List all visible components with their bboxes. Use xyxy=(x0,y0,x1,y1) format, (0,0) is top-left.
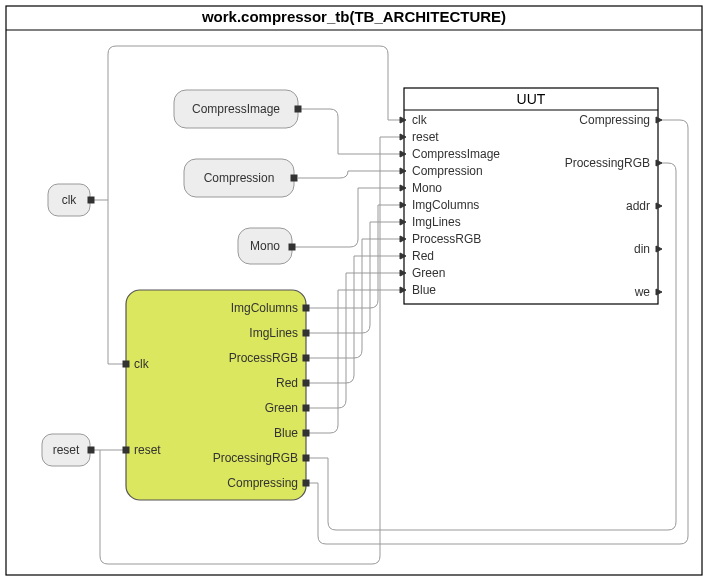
svg-text:Green: Green xyxy=(265,401,298,415)
svg-text:ProcessingRGB: ProcessingRGB xyxy=(213,451,298,465)
diagram-title: work.compressor_tb(TB_ARCHITECTURE) xyxy=(201,8,506,25)
svg-text:addr: addr xyxy=(626,199,650,213)
svg-text:Compressing: Compressing xyxy=(579,113,650,127)
svg-text:ImgColumns: ImgColumns xyxy=(412,198,479,212)
svg-rect-11 xyxy=(291,175,297,181)
svg-text:Blue: Blue xyxy=(274,426,298,440)
diagram-canvas: work.compressor_tb(TB_ARCHITECTURE) xyxy=(0,0,708,581)
svg-text:reset: reset xyxy=(412,130,439,144)
svg-text:Blue: Blue xyxy=(412,283,436,297)
svg-rect-27 xyxy=(303,380,309,386)
svg-text:clk: clk xyxy=(134,357,150,371)
svg-text:Mono: Mono xyxy=(412,181,442,195)
svg-text:CompressImage: CompressImage xyxy=(412,147,500,161)
reset-source-block: reset xyxy=(42,434,94,466)
svg-rect-5 xyxy=(88,447,94,453)
svg-rect-31 xyxy=(303,430,309,436)
svg-text:ProcessRGB: ProcessRGB xyxy=(229,351,298,365)
svg-text:Red: Red xyxy=(412,249,434,263)
svg-rect-29 xyxy=(303,405,309,411)
svg-rect-21 xyxy=(303,305,309,311)
svg-rect-25 xyxy=(303,355,309,361)
svg-rect-18 xyxy=(123,447,129,453)
svg-rect-23 xyxy=(303,330,309,336)
svg-rect-15 xyxy=(126,290,306,500)
svg-text:reset: reset xyxy=(134,443,161,457)
svg-text:UUT: UUT xyxy=(517,91,546,107)
uut-block: UUT clk reset CompressImage Compression … xyxy=(400,88,662,304)
svg-text:ImgLines: ImgLines xyxy=(249,326,298,340)
svg-rect-14 xyxy=(289,244,295,250)
mono-block: Mono xyxy=(238,228,295,264)
svg-text:we: we xyxy=(634,285,651,299)
compression-block: Compression xyxy=(184,159,297,197)
svg-text:ProcessingRGB: ProcessingRGB xyxy=(565,156,650,170)
svg-rect-35 xyxy=(303,480,309,486)
svg-rect-16 xyxy=(123,361,129,367)
svg-text:din: din xyxy=(634,242,650,256)
svg-text:ProcessRGB: ProcessRGB xyxy=(412,232,481,246)
svg-text:reset: reset xyxy=(53,443,80,457)
svg-text:CompressImage: CompressImage xyxy=(192,102,280,116)
compressimage-block: CompressImage xyxy=(174,90,301,128)
svg-text:ImgLines: ImgLines xyxy=(412,215,461,229)
stimulus-block: clk reset ImgColumns ImgLines ProcessRGB… xyxy=(123,290,309,500)
svg-rect-33 xyxy=(303,455,309,461)
svg-rect-2 xyxy=(88,197,94,203)
svg-rect-8 xyxy=(295,106,301,112)
svg-text:Compression: Compression xyxy=(204,171,275,185)
svg-text:Compressing: Compressing xyxy=(227,476,298,490)
svg-text:Compression: Compression xyxy=(412,164,483,178)
clk-source-block: clk xyxy=(48,184,94,216)
svg-text:ImgColumns: ImgColumns xyxy=(231,301,298,315)
svg-text:Mono: Mono xyxy=(250,239,280,253)
svg-text:Green: Green xyxy=(412,266,445,280)
svg-text:clk: clk xyxy=(412,113,428,127)
svg-text:Red: Red xyxy=(276,376,298,390)
svg-text:clk: clk xyxy=(62,193,78,207)
